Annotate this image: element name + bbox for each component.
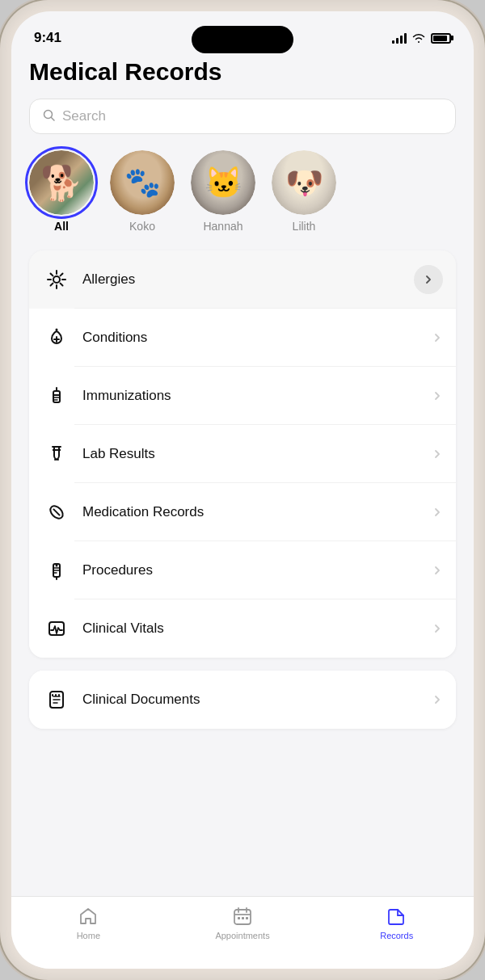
pet-avatar-koko <box>110 150 175 215</box>
home-tab-icon <box>77 905 99 927</box>
svg-rect-36 <box>58 694 60 696</box>
pet-item-hannah[interactable]: Hannah <box>191 150 255 233</box>
svg-line-7 <box>51 274 53 276</box>
lab-results-label: Lab Results <box>82 446 432 462</box>
tab-records-label: Records <box>380 931 413 940</box>
menu-item-procedures[interactable]: Procedures <box>29 541 456 599</box>
search-bar[interactable]: Search <box>29 99 456 134</box>
svg-rect-34 <box>52 694 53 696</box>
main-content: Medical Records Search All <box>11 55 474 896</box>
menu-item-vitals[interactable]: Clinical Vitals <box>29 599 456 658</box>
allergies-label: Allergies <box>82 271 414 288</box>
dynamic-island <box>192 26 293 53</box>
svg-line-10 <box>51 284 53 286</box>
procedures-label: Procedures <box>82 562 432 578</box>
vitals-chevron <box>432 623 443 634</box>
svg-point-13 <box>56 329 58 331</box>
documents-label: Clinical Documents <box>82 692 432 708</box>
pet-name-all: All <box>54 220 69 233</box>
tab-bar: Home Appointments <box>11 896 474 969</box>
records-tab-icon <box>386 905 408 927</box>
menu-item-medication[interactable]: Medication Records <box>29 483 456 541</box>
menu-item-conditions[interactable]: Conditions <box>29 309 456 367</box>
documents-icon <box>42 685 71 714</box>
documents-chevron <box>432 694 443 705</box>
vitals-label: Clinical Vitals <box>82 620 432 637</box>
pet-name-koko: Koko <box>129 220 155 233</box>
tab-home[interactable]: Home <box>11 905 166 940</box>
svg-rect-42 <box>242 917 244 919</box>
immunizations-chevron <box>432 390 443 402</box>
pet-item-all[interactable]: All <box>29 150 94 233</box>
svg-line-8 <box>61 284 63 286</box>
medication-chevron <box>432 507 443 518</box>
svg-rect-35 <box>55 694 57 696</box>
page-title: Medical Records <box>29 58 456 86</box>
pet-avatar-hannah <box>191 150 255 215</box>
appointments-tab-icon <box>231 905 254 927</box>
tab-appointments[interactable]: Appointments <box>166 905 320 940</box>
pet-avatar-lilith <box>272 150 336 215</box>
svg-point-2 <box>53 276 60 283</box>
allergies-chevron-button[interactable] <box>414 265 443 294</box>
pet-avatar-all <box>29 150 94 215</box>
menu-card: Allergies <box>29 250 456 658</box>
lab-results-chevron <box>432 448 443 460</box>
svg-line-9 <box>61 274 63 276</box>
signal-icon <box>392 32 407 44</box>
tab-appointments-label: Appointments <box>215 931 269 940</box>
pet-name-hannah: Hannah <box>203 220 242 233</box>
pet-name-lilith: Lilith <box>293 220 316 233</box>
svg-rect-43 <box>246 917 248 919</box>
wifi-icon <box>411 32 426 44</box>
menu-item-allergies[interactable]: Allergies <box>29 250 456 309</box>
pet-list: All Koko Hannah <box>29 150 456 233</box>
vitals-icon <box>42 614 71 643</box>
conditions-chevron <box>432 332 443 343</box>
phone-screen: 9:41 Medical Records <box>11 11 474 969</box>
menu-item-lab-results[interactable]: Lab Results <box>29 425 456 483</box>
svg-line-1 <box>52 117 55 120</box>
conditions-label: Conditions <box>82 330 432 346</box>
allergies-icon <box>42 265 71 294</box>
battery-icon <box>431 33 451 44</box>
tab-records[interactable]: Records <box>319 905 474 940</box>
medication-icon <box>42 498 71 527</box>
immunizations-label: Immunizations <box>82 388 432 404</box>
svg-line-22 <box>53 509 60 515</box>
conditions-icon <box>42 323 71 352</box>
menu-item-documents[interactable]: Clinical Documents <box>29 671 456 729</box>
status-time: 9:41 <box>34 30 61 46</box>
medication-label: Medication Records <box>82 504 432 520</box>
pet-item-lilith[interactable]: Lilith <box>272 150 336 233</box>
search-icon <box>43 109 56 124</box>
status-icons <box>392 32 451 44</box>
procedures-icon <box>42 556 71 585</box>
documents-card: Clinical Documents <box>29 671 456 729</box>
lab-results-icon <box>42 440 71 469</box>
pet-item-koko[interactable]: Koko <box>110 150 175 233</box>
tab-home-label: Home <box>77 931 100 940</box>
search-placeholder: Search <box>62 108 106 124</box>
svg-rect-14 <box>53 391 60 402</box>
procedures-chevron <box>432 565 443 576</box>
svg-rect-41 <box>238 917 240 919</box>
svg-point-28 <box>56 565 58 567</box>
menu-item-immunizations[interactable]: Immunizations <box>29 367 456 425</box>
phone-frame: 9:41 Medical Records <box>0 0 485 980</box>
immunizations-icon <box>42 381 71 410</box>
